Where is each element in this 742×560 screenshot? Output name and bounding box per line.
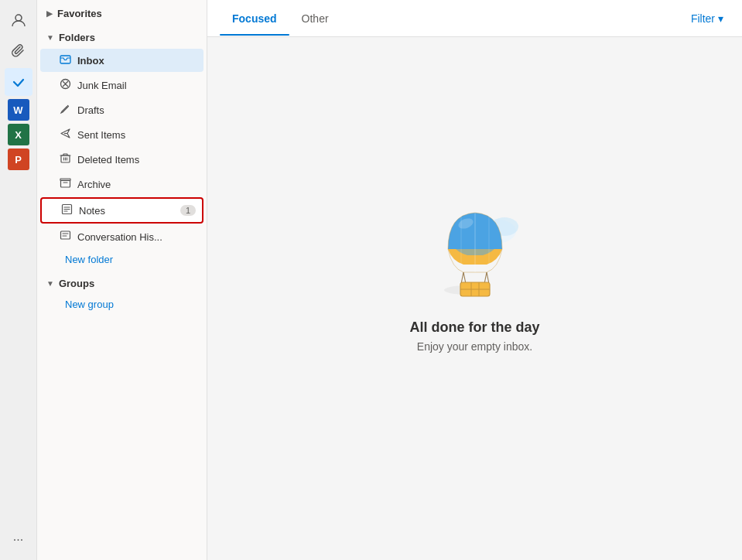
balloon-illustration (421, 199, 529, 307)
drafts-label: Drafts (77, 104, 104, 116)
word-icon[interactable]: W (8, 99, 29, 121)
svg-rect-8 (60, 179, 70, 181)
inbox-label: Inbox (77, 55, 104, 67)
new-folder-link[interactable]: New folder (40, 251, 203, 268)
notes-badge: 1 (180, 205, 196, 216)
tabs-bar: Focused Other Filter ▾ (207, 0, 742, 37)
sent-label: Sent Items (77, 129, 125, 141)
notes-label: Notes (79, 205, 105, 217)
people-icon[interactable] (5, 6, 32, 34)
empty-state-title: All done for the day (409, 319, 539, 336)
folder-item-junk[interactable]: Junk Email (40, 73, 203, 97)
powerpoint-icon[interactable]: P (8, 149, 29, 170)
empty-state: All done for the day Enjoy your empty in… (207, 37, 742, 560)
attach-icon[interactable] (5, 37, 32, 65)
folder-item-notes[interactable]: Notes 1 (40, 197, 203, 224)
sent-icon (59, 128, 71, 142)
main-area: Focused Other Filter ▾ (207, 0, 742, 560)
conversation-label: Conversation His... (77, 231, 162, 243)
excel-icon[interactable]: X (8, 124, 29, 145)
filter-label: Filter (691, 12, 715, 25)
favorites-label: Favorites (57, 8, 102, 19)
junk-label: Junk Email (77, 80, 127, 91)
deleted-label: Deleted Items (77, 154, 139, 166)
svg-rect-14 (60, 231, 70, 239)
archive-label: Archive (77, 179, 111, 190)
drafts-icon (59, 103, 71, 117)
app-rail: W X P ··· (0, 0, 37, 560)
tab-other[interactable]: Other (289, 2, 341, 36)
folder-item-archive[interactable]: Archive (40, 172, 203, 196)
svg-rect-7 (60, 180, 70, 187)
outlook-check-icon[interactable] (5, 68, 32, 96)
favorites-section[interactable]: ▶ Favorites (37, 0, 207, 24)
folders-section[interactable]: ▼ Folders (37, 24, 207, 48)
folder-item-deleted[interactable]: Deleted Items (40, 148, 203, 171)
filter-chevron-icon: ▾ (718, 12, 723, 25)
svg-point-0 (15, 15, 22, 21)
folder-item-sent[interactable]: Sent Items (40, 123, 203, 146)
archive-icon (59, 177, 71, 191)
more-apps-icon[interactable]: ··· (5, 526, 32, 554)
groups-label: Groups (59, 278, 94, 289)
deleted-icon (59, 152, 71, 166)
filter-button[interactable]: Filter ▾ (685, 9, 730, 28)
junk-icon (59, 78, 71, 92)
folders-label: Folders (59, 32, 95, 43)
conversation-icon (59, 230, 71, 244)
folder-item-drafts[interactable]: Drafts (40, 98, 203, 121)
inbox-icon (59, 53, 71, 67)
empty-state-subtitle: Enjoy your empty inbox. (417, 340, 532, 353)
groups-section[interactable]: ▼ Groups (37, 270, 207, 294)
groups-chevron: ▼ (46, 279, 54, 288)
folders-chevron: ▼ (46, 33, 54, 42)
notes-icon (60, 203, 73, 217)
tab-focused[interactable]: Focused (220, 2, 289, 36)
favorites-chevron: ▶ (46, 9, 53, 18)
folder-panel: ▶ Favorites ▼ Folders Inbox Junk Email (37, 0, 207, 560)
new-group-link[interactable]: New group (40, 295, 203, 313)
folder-item-conversation[interactable]: Conversation His... (40, 225, 203, 248)
folder-item-inbox[interactable]: Inbox (40, 49, 203, 72)
